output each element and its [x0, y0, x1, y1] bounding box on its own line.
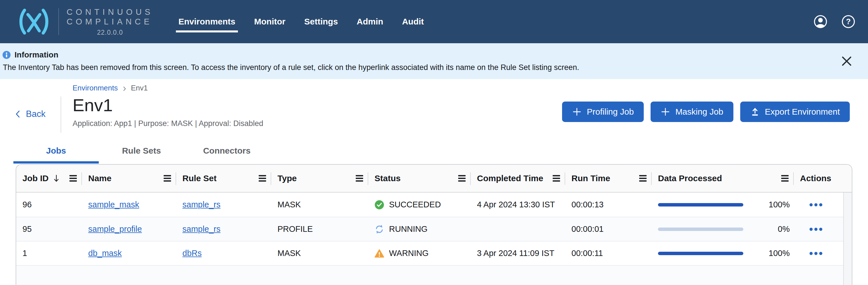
breadcrumb: Environments Env1	[72, 84, 868, 92]
cell-run-time: 00:00:01	[565, 224, 652, 234]
plus-icon	[660, 107, 670, 117]
back-button[interactable]: Back	[14, 109, 45, 119]
row-actions-button[interactable]	[809, 251, 823, 255]
column-label: Run Time	[571, 173, 610, 183]
close-icon[interactable]	[840, 55, 853, 68]
name-link[interactable]: db_mask	[88, 249, 122, 258]
row-actions-button[interactable]	[809, 227, 823, 231]
table-header-row: Job IDNameRule SetTypeStatusCompleted Ti…	[16, 165, 852, 193]
rule-set-link[interactable]: sample_rs	[182, 200, 221, 209]
masking-job-button[interactable]: Masking Job	[651, 101, 733, 122]
column-label: Data Processed	[658, 173, 722, 183]
cell-data-processed: 100%	[652, 200, 794, 209]
page-header: Back Env1 Application: App1 | Purpose: M…	[0, 95, 868, 135]
page-action-buttons: Profiling JobMasking JobExport Environme…	[562, 101, 850, 122]
banner-message: The Inventory Tab has been removed from …	[2, 63, 834, 72]
column-header-run-time[interactable]: Run Time	[565, 165, 652, 192]
column-menu-icon[interactable]	[552, 175, 561, 182]
ellipsis-icon	[809, 203, 823, 208]
cell-job-id: 95	[16, 224, 82, 234]
cell-run-time: 00:00:11	[565, 249, 652, 258]
column-header-job-id[interactable]: Job ID	[16, 165, 82, 192]
button-label: Export Environment	[765, 107, 840, 117]
name-link[interactable]: sample_profile	[88, 224, 142, 234]
cell-status: SUCCEEDED	[368, 200, 471, 210]
table-row-empty	[16, 265, 852, 285]
brand-line1: CONTINUOUS	[67, 7, 153, 17]
cell-completed-time: 4 Apr 2024 13:30 IST	[471, 200, 565, 209]
jobs-table: Job IDNameRule SetTypeStatusCompleted Ti…	[16, 164, 852, 285]
info-icon	[2, 51, 11, 59]
column-menu-icon[interactable]	[639, 175, 647, 182]
progress-bar	[658, 252, 743, 255]
nav-item-audit[interactable]: Audit	[402, 16, 424, 27]
cell-rule-set: dbRs	[176, 249, 271, 258]
cell-status: RUNNING	[368, 224, 471, 234]
type-value: MASK	[277, 249, 301, 258]
cell-actions	[794, 203, 843, 207]
column-label: Rule Set	[182, 173, 217, 183]
type-value: MASK	[277, 200, 301, 209]
cell-completed-time: 3 Apr 2024 11:09 IST	[471, 249, 565, 258]
completed-time-value: 4 Apr 2024 13:30 IST	[477, 200, 555, 209]
warning-icon	[374, 249, 384, 258]
job-id-value: 96	[23, 200, 32, 209]
row-actions-button[interactable]	[809, 203, 823, 207]
column-menu-icon[interactable]	[163, 175, 172, 182]
column-header-completed-time[interactable]: Completed Time	[471, 165, 565, 192]
nav-item-monitor[interactable]: Monitor	[254, 16, 285, 27]
column-header-rule-set[interactable]: Rule Set	[176, 165, 271, 192]
column-label: Type	[277, 173, 297, 183]
table-row: 1db_maskdbRsMASKWARNING3 Apr 2024 11:09 …	[16, 241, 852, 265]
column-menu-icon[interactable]	[355, 175, 364, 182]
column-menu-icon[interactable]	[258, 175, 267, 182]
cell-type: MASK	[271, 249, 368, 258]
progress-bar-fill	[658, 203, 743, 207]
table-body: 96sample_masksample_rsMASKSUCCEEDED4 Apr…	[16, 193, 852, 285]
cell-job-id: 96	[16, 200, 82, 209]
name-link[interactable]: sample_mask	[88, 200, 139, 209]
progress-percent-label: 100%	[769, 200, 790, 209]
rule-set-link[interactable]: dbRs	[182, 249, 202, 258]
profiling-job-button[interactable]: Profiling Job	[562, 101, 644, 122]
sync-icon	[374, 224, 384, 234]
brand-logo-group: CONTINUOUS COMPLIANCE 22.0.0.0	[17, 7, 153, 36]
tab-rule-sets[interactable]: Rule Sets	[99, 146, 184, 163]
sort-desc-icon[interactable]	[53, 174, 60, 183]
column-header-actions[interactable]: Actions	[794, 165, 852, 192]
column-header-name[interactable]: Name	[82, 165, 176, 192]
status-label: SUCCEEDED	[389, 200, 441, 209]
cell-type: MASK	[271, 200, 368, 209]
back-label: Back	[26, 109, 45, 119]
banner-title: Information	[14, 50, 58, 59]
column-header-type[interactable]: Type	[271, 165, 368, 192]
brand-line2: COMPLIANCE	[67, 17, 153, 27]
export-environment-button[interactable]: Export Environment	[740, 101, 850, 122]
tab-connectors[interactable]: Connectors	[184, 146, 270, 163]
column-menu-icon[interactable]	[69, 175, 78, 182]
cell-run-time: 00:00:13	[565, 200, 652, 209]
completed-time-value: 3 Apr 2024 11:09 IST	[477, 249, 554, 258]
cell-name: sample_mask	[82, 200, 176, 209]
status-label: RUNNING	[389, 224, 428, 234]
breadcrumb-environments-link[interactable]: Environments	[72, 84, 118, 92]
cell-name: db_mask	[82, 249, 176, 258]
account-icon[interactable]	[814, 15, 827, 28]
table-row: 95sample_profilesample_rsPROFILERUNNING0…	[16, 217, 852, 241]
nav-item-environments[interactable]: Environments	[179, 16, 235, 27]
column-header-status[interactable]: Status	[368, 165, 471, 192]
tab-jobs[interactable]: Jobs	[13, 146, 99, 163]
column-header-data-processed[interactable]: Data Processed	[652, 165, 794, 192]
header-right-icons: ?	[814, 15, 855, 28]
rule-set-link[interactable]: sample_rs	[182, 224, 221, 234]
help-icon[interactable]: ?	[841, 15, 855, 28]
vertical-scrollbar[interactable]	[843, 193, 852, 285]
column-menu-icon[interactable]	[781, 175, 789, 182]
column-menu-icon[interactable]	[458, 175, 466, 182]
tab-bar: JobsRule SetsConnectors	[13, 146, 868, 163]
nav-item-settings[interactable]: Settings	[304, 16, 338, 27]
button-label: Profiling Job	[587, 107, 634, 117]
cell-rule-set: sample_rs	[176, 200, 271, 209]
progress-bar	[658, 203, 743, 207]
nav-item-admin[interactable]: Admin	[356, 16, 383, 27]
